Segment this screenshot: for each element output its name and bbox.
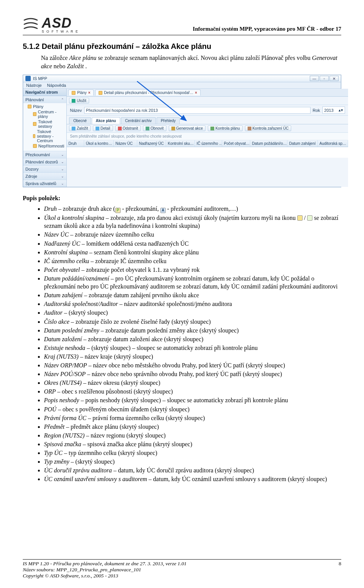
refresh-icon bbox=[146, 127, 149, 130]
kontrola-planu-button[interactable]: Kontrola plánu bbox=[208, 125, 243, 131]
nav-header: Navigační strom bbox=[23, 89, 66, 96]
definition-term: Datum požádání/oznámení bbox=[44, 275, 109, 282]
tree-item[interactable]: Plány bbox=[25, 104, 65, 109]
column-header[interactable]: Datum požádání/o… bbox=[250, 140, 287, 147]
check-icon bbox=[248, 127, 251, 130]
definition-item: Datum požádání/oznámení – pro ÚC přezkou… bbox=[44, 274, 341, 290]
kontrola-uc-button[interactable]: Kontrola zařazení ÚC bbox=[245, 125, 292, 131]
nav-cat-planovani-dozoru[interactable]: Plánování dozorů⌄ bbox=[23, 158, 66, 165]
field-label: Název bbox=[70, 108, 82, 113]
close-icon[interactable]: × bbox=[195, 91, 197, 95]
definition-text: – předmět akce plánu (skrytý sloupec) bbox=[64, 423, 159, 430]
definition-text: – právní forma územního celku (skrytý sl… bbox=[86, 415, 205, 421]
definition-item: Popis neshody – popis neshody (skrytý sl… bbox=[44, 396, 341, 404]
tab-obecne[interactable]: Obecné bbox=[69, 117, 91, 124]
tab-centralni-archiv[interactable]: Centrální archiv bbox=[121, 117, 156, 124]
column-header[interactable]: Název ÚC bbox=[114, 140, 137, 147]
definition-text: – datum, kdy ÚC oznámil uzavření smlouvy… bbox=[147, 476, 327, 482]
tree-label: Plány bbox=[33, 104, 44, 109]
column-header[interactable]: Datum zahájení bbox=[287, 140, 318, 147]
tree-item[interactable]: Nepřítomnosti bbox=[25, 143, 65, 149]
nav-cat-planovani[interactable]: Plánování ⌃ bbox=[23, 96, 66, 103]
detail-button[interactable]: Detail bbox=[93, 125, 113, 131]
document-meta: Informační systém MPP, vypracováno pro M… bbox=[193, 26, 341, 32]
definition-term: Existuje neshoda bbox=[44, 345, 85, 351]
obnovit-button[interactable]: Obnovit bbox=[143, 125, 166, 131]
odstranit-button[interactable]: Odstranit bbox=[115, 125, 141, 131]
generovat-akce-button[interactable]: Generovat akce bbox=[169, 125, 206, 131]
definition-item: Region (NUTS2) – název regionu (skrytý s… bbox=[44, 431, 341, 439]
tab-akce-planu[interactable]: Akce plánu bbox=[92, 117, 120, 124]
check-icon bbox=[210, 127, 214, 130]
intro-term: Akce plánu bbox=[69, 55, 97, 61]
column-header[interactable]: Druh bbox=[67, 140, 84, 147]
definition-term: Název ÚC bbox=[44, 231, 69, 238]
action-toolbar: Založit Detail Odstranit Obnovit Generov… bbox=[67, 124, 348, 133]
column-header[interactable]: Počet obyvat… bbox=[222, 140, 250, 147]
window-close-button[interactable]: ✕ bbox=[329, 76, 339, 81]
footer-line-1: IS MPP 1.20 - Příručka pro plánovače, do… bbox=[23, 561, 187, 567]
definition-text: – název auditorské společnosti/jméno aud… bbox=[118, 301, 232, 307]
definition-text: – popis neshody (skrytý sloupec) – sloup… bbox=[79, 397, 288, 403]
definition-item: Název ÚC – zobrazuje název územního celk… bbox=[44, 230, 341, 238]
tree-item[interactable]: Tiskové sestavy - Centrum bbox=[25, 129, 65, 143]
tab-detail[interactable]: Detail plánu přezkoumání - Přezkoumání h… bbox=[95, 89, 201, 96]
column-header[interactable]: Kontrolní sku… bbox=[166, 140, 195, 147]
add-icon bbox=[72, 127, 75, 130]
zalozit-button[interactable]: Založit bbox=[69, 125, 90, 131]
spinner-icon: ▴▾ bbox=[339, 108, 343, 113]
page-header: ASD S O F T W A R E Informační systém MP… bbox=[23, 15, 341, 33]
definition-text: – název obce nebo správního obvodu Prahy… bbox=[86, 371, 282, 377]
detail-icon bbox=[96, 127, 99, 130]
nav-cat-prezkoumani[interactable]: Přezkoumání⌄ bbox=[23, 151, 66, 158]
menu-napoveda[interactable]: Nápověda bbox=[47, 83, 66, 88]
close-icon[interactable]: × bbox=[88, 91, 91, 95]
button-label: Kontrola plánu bbox=[215, 126, 240, 130]
definition-item: POÚ – obec s pověřeným obecním úřadem (s… bbox=[44, 405, 341, 413]
menu-bar: Nástroje Nápověda bbox=[23, 82, 341, 89]
definition-item: Typ změny – (skrytý sloupec) bbox=[44, 458, 341, 466]
chevron-down-icon: ⌄ bbox=[61, 153, 64, 157]
logo-text: ASD bbox=[42, 15, 78, 31]
column-header[interactable]: IČ územního … bbox=[195, 140, 222, 147]
definition-term: ORP bbox=[44, 388, 56, 395]
menu-nastroje[interactable]: Nástroje bbox=[26, 83, 42, 88]
page-number: 8 bbox=[339, 561, 341, 567]
tree-item[interactable]: Tiskové sestavy bbox=[25, 119, 65, 129]
definition-term: Právní forma ÚC bbox=[44, 415, 86, 421]
definition-term: Auditorská společnost/Auditor bbox=[44, 301, 118, 307]
window-maximize-button[interactable]: ▫ bbox=[320, 76, 329, 81]
definition-term: Druh bbox=[44, 205, 57, 212]
auditor-icon: A bbox=[160, 208, 166, 213]
rok-spinner[interactable]: 2013▴▾ bbox=[322, 107, 345, 114]
nav-cat-dozory[interactable]: Dozory⌄ bbox=[23, 165, 66, 172]
footer-divider bbox=[23, 559, 341, 560]
definition-text: – datum, kdy ÚC doručil zprávu auditora … bbox=[112, 467, 254, 474]
column-header[interactable]: Auditorská sp… bbox=[318, 140, 348, 147]
folder-icon bbox=[28, 105, 31, 108]
folder-icon bbox=[33, 112, 36, 116]
definition-term: ÚC doručil zprávu auditora bbox=[44, 467, 112, 474]
definition-item: Počet obyvatel – zobrazuje počet obyvate… bbox=[44, 266, 341, 274]
definition-item: Číslo akce – zobrazuje číslo ze zvolené … bbox=[44, 318, 341, 326]
column-header[interactable]: Nadřazený ÚC bbox=[137, 140, 166, 147]
definition-item: Kontrolní skupina – seznam členů kontrol… bbox=[44, 248, 341, 256]
tree-item[interactable]: Centrum - plány bbox=[25, 109, 65, 119]
tree-label: Centrum - plány bbox=[38, 110, 64, 119]
nav-cat-zdroje[interactable]: Zdroje⌄ bbox=[23, 172, 66, 180]
nav-cat-label: Plánování dozorů bbox=[25, 160, 58, 164]
column-header[interactable]: Úkol a kontro… bbox=[84, 140, 114, 147]
chevron-down-icon: ⌄ bbox=[61, 167, 64, 171]
definition-text: – název kraje (skrytý sloupec) bbox=[78, 353, 153, 360]
definition-text: – (skrytý sloupec) bbox=[63, 309, 108, 316]
definition-item: Existuje neshoda – (skrytý sloupec) – sl… bbox=[44, 344, 341, 352]
save-button[interactable]: Uložit bbox=[69, 98, 89, 103]
nazev-input[interactable]: Přezkoumání hospodaření za rok 2013 bbox=[84, 107, 311, 114]
tab-plany[interactable]: Plány × bbox=[68, 89, 94, 96]
nav-cat-sprava[interactable]: Správa uživatelů⌄ bbox=[23, 180, 66, 187]
delete-icon bbox=[118, 127, 122, 130]
definition-term: Datum zahájení bbox=[44, 292, 83, 298]
window-minimize-button[interactable]: — bbox=[310, 76, 319, 81]
app-icon bbox=[25, 76, 31, 81]
tab-prehledy[interactable]: Přehledy bbox=[157, 117, 180, 124]
